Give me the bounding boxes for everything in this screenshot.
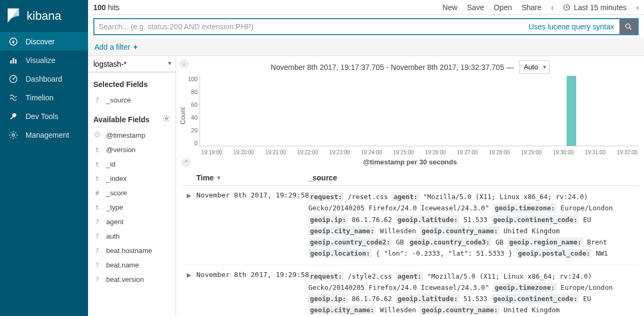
search-input[interactable] <box>93 18 523 35</box>
field-type-icon: t <box>93 146 101 154</box>
svg-rect-3 <box>15 59 17 63</box>
documents-header: Time ▼ _source <box>181 170 639 186</box>
time-range-label: Last 15 minutes <box>574 3 626 12</box>
svg-rect-2 <box>13 58 14 64</box>
dashboard-icon <box>9 74 18 84</box>
fields-settings-button[interactable] <box>163 115 170 124</box>
timelion-icon <box>9 93 18 102</box>
field-agent[interactable]: ?agent <box>88 215 176 229</box>
visualize-icon <box>9 56 18 65</box>
field-type-icon: ? <box>93 97 101 104</box>
field-type-icon: ? <box>93 218 101 226</box>
field-type-icon: t <box>93 204 101 211</box>
field-type-icon: t <box>93 175 101 183</box>
lucene-syntax-link[interactable]: Uses lucene query syntax <box>523 18 619 35</box>
histogram-chart[interactable]: Count 100806040200 19:19:0019:20:0019:21… <box>176 76 644 156</box>
field-beat-name[interactable]: ?beat.name <box>88 258 176 272</box>
x-axis-label: @timestamp per 30 seconds <box>363 158 457 166</box>
field-beat-hostname[interactable]: ?beat.hostname <box>88 243 176 258</box>
dev tools-icon <box>9 112 18 121</box>
gear-icon <box>163 115 170 122</box>
clock-icon <box>563 4 570 11</box>
search-icon <box>624 22 633 31</box>
management-icon <box>9 130 18 140</box>
field-_index[interactable]: t_index <box>88 171 176 186</box>
search-bar: Uses lucene query syntax <box>88 15 644 38</box>
brand-logo[interactable]: kibana <box>0 0 88 32</box>
field-_score[interactable]: #_score <box>88 186 176 200</box>
index-pattern-select[interactable]: logstash-* <box>88 56 176 72</box>
field-_id[interactable]: t_id <box>88 157 176 171</box>
add-filter-button[interactable]: Add a filter + <box>94 43 138 51</box>
documents-table: Time ▼ _source ▶November 8th 2017, 19:29… <box>176 170 644 316</box>
svg-point-10 <box>165 117 168 120</box>
column-source[interactable]: _source <box>308 173 639 182</box>
filter-bar: Add a filter + <box>88 38 644 56</box>
hit-count: 100 hits <box>93 3 120 12</box>
field--version[interactable]: t@version <box>88 143 176 157</box>
field-type-icon: ? <box>93 247 101 255</box>
nav-item-timelion[interactable]: Timelion <box>0 88 88 107</box>
share-button[interactable]: Share <box>521 3 541 12</box>
expand-doc-button[interactable]: ▶ <box>181 191 196 259</box>
svg-point-8 <box>626 24 630 28</box>
expand-doc-button[interactable]: ▶ <box>181 271 196 317</box>
field-beat-version[interactable]: ?beat.version <box>88 272 176 287</box>
y-axis-ticks: 100806040200 <box>188 76 200 156</box>
discover-icon <box>9 37 18 46</box>
next-time-button[interactable]: › <box>636 3 639 12</box>
sort-desc-icon: ▼ <box>216 175 221 181</box>
svg-point-5 <box>13 78 14 80</box>
prev-time-button[interactable]: ‹ <box>551 3 554 12</box>
sidebar: kibana DiscoverVisualizeDashboardTimelio… <box>0 0 88 316</box>
document-row: ▶November 8th 2017, 19:29:58.375request:… <box>181 186 639 265</box>
time-range-title: November 8th 2017, 19:17:37.705 - Novemb… <box>271 63 513 72</box>
fields-panel: logstash-* Selected Fields ?_source Avai… <box>88 56 176 316</box>
field-auth[interactable]: ?auth <box>88 229 176 243</box>
column-time[interactable]: Time ▼ <box>196 173 308 182</box>
field-type-icon: ? <box>93 276 101 283</box>
nav-item-discover[interactable]: Discover <box>0 32 88 51</box>
time-range-picker[interactable]: Last 15 minutes <box>563 3 626 12</box>
document-row: ▶November 8th 2017, 19:29:58.375request:… <box>181 265 639 317</box>
topbar: 100 hits NewSaveOpenShare ‹ Last 15 minu… <box>88 0 644 15</box>
nav-item-dev-tools[interactable]: Dev Tools <box>0 107 88 125</box>
interval-select[interactable]: Auto <box>519 60 550 74</box>
new-button[interactable]: New <box>442 3 457 12</box>
collapse-fields-button[interactable]: ‹ <box>179 59 189 69</box>
kibana-logo-icon <box>6 7 21 25</box>
field--timestamp[interactable]: @timestamp <box>88 128 176 143</box>
nav-item-management[interactable]: Management <box>0 125 88 144</box>
available-fields-heading: Available Fields <box>88 107 176 128</box>
save-button[interactable]: Save <box>467 3 484 12</box>
brand-name: kibana <box>27 9 61 23</box>
field-type-icon: # <box>93 189 101 197</box>
chart-canvas[interactable]: 19:19:0019:20:0019:21:0019:22:0019:23:00… <box>200 76 639 146</box>
y-axis-label: Count <box>178 76 188 156</box>
field-_source[interactable]: ?_source <box>88 93 176 107</box>
doc-time: November 8th 2017, 19:29:58.375 <box>196 191 308 259</box>
top-actions: NewSaveOpenShare ‹ Last 15 minutes › <box>442 3 639 12</box>
doc-time: November 8th 2017, 19:29:58.375 <box>196 271 308 317</box>
histogram-header: ‹ November 8th 2017, 19:17:37.705 - Nove… <box>176 56 644 76</box>
field-type-icon <box>93 131 101 139</box>
x-axis-ticks: 19:19:0019:20:0019:21:0019:22:0019:23:00… <box>200 149 639 155</box>
field-type-icon: ? <box>93 262 101 269</box>
selected-fields-heading: Selected Fields <box>88 73 176 93</box>
nav-item-visualize[interactable]: Visualize <box>0 51 88 69</box>
doc-source: request: /reset.css agent: "Mozilla/5.0 … <box>308 191 639 259</box>
nav-item-dashboard[interactable]: Dashboard <box>0 69 88 88</box>
histogram-bar[interactable] <box>567 76 576 146</box>
field-type-icon: ? <box>93 233 101 240</box>
collapse-chart-button[interactable]: ^ <box>181 157 191 167</box>
search-button[interactable] <box>619 18 639 35</box>
field-type-icon: t <box>93 161 101 168</box>
svg-rect-1 <box>10 60 12 64</box>
svg-point-6 <box>12 133 15 136</box>
svg-line-9 <box>630 28 631 29</box>
field-_type[interactable]: t_type <box>88 200 176 215</box>
open-button[interactable]: Open <box>494 3 512 12</box>
doc-source: request: /style2.css agent: "Mozilla/5.0… <box>308 271 639 317</box>
